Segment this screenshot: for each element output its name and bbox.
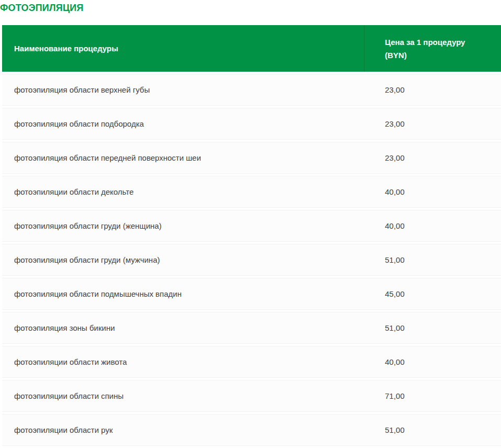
price-cell: 40,00: [365, 176, 501, 208]
price-cell: 51,00: [365, 244, 501, 276]
price-cell: 40,00: [365, 210, 501, 242]
price-cell: 51,00: [365, 414, 501, 446]
table-row: фотоэпиляция зоны бикини 51,00: [2, 312, 501, 344]
table-row: фотоэпиляция области передней поверхност…: [2, 142, 501, 174]
procedure-name-cell: фотоэпиляции области живота: [2, 346, 365, 378]
column-header-price-label: Цена за 1 процедуру (BYN): [385, 36, 484, 62]
table-row: фотоэпиляция области груди (мужчина) 51,…: [2, 244, 501, 276]
table-body: фотоэпиляция области верхней губы 23,00 …: [2, 74, 501, 446]
price-cell: 23,00: [365, 142, 501, 174]
table-row: фотоэпиляция области подбородка 23,00: [2, 108, 501, 140]
table-row: фотоэпиляция области груди (женщина) 40,…: [2, 210, 501, 242]
table-row: фотоэпиляции области живота 40,00: [2, 346, 501, 378]
procedure-name-cell: фотоэпиляция зоны бикини: [2, 312, 365, 344]
procedure-name-cell: фотоэпиляции области спины: [2, 380, 365, 412]
procedure-name-cell: фотоэпиляция области груди (женщина): [2, 210, 365, 242]
procedure-name-cell: фотоэпиляция области верхней губы: [2, 74, 365, 106]
column-header-price: Цена за 1 процедуру (BYN): [365, 25, 501, 72]
table-row: фотоэпиляция области подмышечных впадин …: [2, 278, 501, 310]
column-header-procedure-name-label: Наименование процедуры: [14, 44, 118, 53]
procedure-name-cell: фотоэпиляция области груди (мужчина): [2, 244, 365, 276]
procedure-name-cell: фотоэпиляция области передней поверхност…: [2, 142, 365, 174]
price-cell: 51,00: [365, 312, 501, 344]
table-row: фотоэпиляции области рук 51,00: [2, 414, 501, 446]
table-row: фотоэпиляции области декольте 40,00: [2, 176, 501, 208]
price-cell: 23,00: [365, 74, 501, 106]
table-row: фотоэпиляции области спины 71,00: [2, 380, 501, 412]
procedure-name-cell: фотоэпиляция области подмышечных впадин: [2, 278, 365, 310]
price-cell: 40,00: [365, 346, 501, 378]
table-header-row: Наименование процедуры Цена за 1 процеду…: [2, 25, 501, 72]
price-cell: 23,00: [365, 108, 501, 140]
table-row: фотоэпиляция области верхней губы 23,00: [2, 74, 501, 106]
price-cell: 71,00: [365, 380, 501, 412]
page-title: ФОТОЭПИЛЯЦИЯ: [0, 3, 501, 14]
procedure-name-cell: фотоэпиляции области рук: [2, 414, 365, 446]
column-header-procedure-name: Наименование процедуры: [2, 25, 365, 72]
price-table: Наименование процедуры Цена за 1 процеду…: [2, 23, 501, 448]
procedure-name-cell: фотоэпиляция области подбородка: [2, 108, 365, 140]
procedure-name-cell: фотоэпиляции области декольте: [2, 176, 365, 208]
price-cell: 45,00: [365, 278, 501, 310]
